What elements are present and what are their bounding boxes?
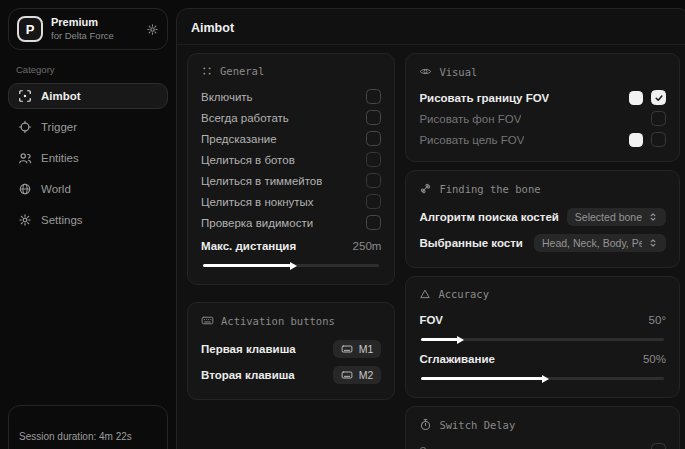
prediction-checkbox[interactable] [366,131,381,146]
chevron-up-down-icon [648,212,658,222]
selected-bones-row: Выбранные кости Head, Neck, Body, Pe.. [419,230,666,256]
gear-icon [18,213,32,227]
sidebar: P Premium for Delta Force Category [0,0,168,449]
setting-row-always-work: Всегда работать [201,107,381,128]
slider-label: Сглаживание [419,353,494,365]
panel-finding-header: Finding the bone [419,182,666,195]
session-duration-label: Session duration: 4m 22s [19,431,132,442]
visual-row-fov-border: Рисовать границу FOV [419,87,666,108]
fov-setting: FOV 50° [419,309,666,341]
target-knocked-checkbox[interactable] [366,194,381,209]
panel-activation-buttons: Activation buttons Первая клавиша M1 [187,302,395,400]
app-window: P Premium for Delta Force Category [0,0,685,449]
stopwatch-icon [419,418,432,431]
setting-label: Целиться в тиммейтов [201,175,322,187]
visibility-check-checkbox[interactable] [366,215,381,230]
brand-logo: P [17,16,43,42]
enable-checkbox[interactable] [366,89,381,104]
panel-finding-bone: Finding the bone Алгоритм поиска костей … [405,170,680,268]
second-key-button[interactable]: M2 [333,366,382,384]
setting-row-visibility-check: Проверка видимости [201,212,381,233]
always-work-checkbox[interactable] [366,110,381,125]
content-columns: General Включить Всегда работать Предска… [177,45,685,449]
bone-algorithm-dropdown[interactable]: Selected bone [567,208,666,226]
panel-general: General Включить Всегда работать Предска… [187,53,395,285]
trigger-crosshair-icon [18,120,32,134]
panel-accuracy: Accuracy FOV 50° [405,276,680,398]
target-bots-checkbox[interactable] [366,152,381,167]
setting-label: Рисовать цель FOV [419,134,524,146]
slider-fill [203,264,291,267]
keybind-row-first: Первая клавиша M1 [201,336,381,362]
slider-thumb[interactable] [457,336,464,344]
page-title: Aimbot [191,21,234,35]
main-header: Aimbot [177,9,685,45]
keybind-label: Первая клавиша [201,343,296,355]
brand-subtitle: for Delta Force [51,30,138,42]
target-teammates-checkbox[interactable] [366,173,381,188]
fov-slider[interactable] [421,338,664,341]
panel-switch-delay-header: Switch Delay [419,418,666,431]
sidebar-item-entities[interactable]: Entities [8,145,168,171]
panel-title: Accuracy [438,288,489,300]
selected-bones-dropdown[interactable]: Head, Neck, Body, Pe.. [534,234,666,252]
sidebar-nav: Aimbot Trigger [8,83,168,233]
slider-label: Макс. дистанция [201,240,296,252]
max-distance-slider[interactable] [203,264,379,267]
setting-row-enable: Включить [201,86,381,107]
sidebar-item-label: Settings [41,214,83,226]
slider-value: 50° [649,314,666,326]
right-column: Visual Рисовать границу FOV [405,53,680,449]
first-key-button[interactable]: M1 [333,340,382,358]
triangle-icon [419,288,431,300]
panel-accuracy-header: Accuracy [419,288,666,300]
brand-card: P Premium for Delta Force [8,8,168,50]
slider-label-row: Макс. дистанция 250m [201,235,381,256]
category-label: Category [16,64,168,75]
sidebar-item-trigger[interactable]: Trigger [8,114,168,140]
panel-title: Activation buttons [221,315,335,327]
setting-label: Выбранные кости [419,237,523,249]
fov-target-checkbox[interactable] [651,132,666,147]
sidebar-item-settings[interactable]: Settings [8,207,168,233]
setting-row-target-teammates: Целиться в тиммейтов [201,170,381,191]
slider-label-row: Сглаживание 50% [419,348,666,369]
panel-title: Visual [439,66,477,78]
grid-icon [201,65,213,77]
setting-label: Предсказание [201,133,277,145]
sidebar-item-label: Trigger [41,121,77,133]
key-value: M1 [359,343,374,355]
eye-icon [419,65,432,78]
panel-title: General [220,65,264,77]
slider-value: 50% [643,353,666,365]
key-icon [341,343,353,355]
panel-visual-header: Visual [419,65,666,78]
slider-fill [421,338,457,341]
users-icon [18,151,32,165]
sidebar-item-label: Aimbot [41,90,81,102]
slider-value: 250m [353,240,382,252]
keybind-row-second: Вторая клавиша M2 [201,362,381,388]
fov-background-checkbox[interactable] [651,111,666,126]
keyboard-icon [201,314,214,327]
panel-switch-delay: Switch Delay Задержка переключения Задер… [405,406,680,449]
smoothing-slider[interactable] [421,377,664,380]
key-icon [341,369,353,381]
sidebar-item-world[interactable]: World [8,176,168,202]
slider-thumb[interactable] [542,375,549,383]
brand-text: Premium for Delta Force [51,16,138,42]
fov-border-checkbox[interactable] [651,90,666,105]
setting-label: Задержка переключения [419,445,551,449]
dropdown-value: Head, Neck, Body, Pe.. [542,237,642,249]
switch-delay-toggle-row: Задержка переключения [419,440,666,449]
chevron-up-down-icon [648,238,658,248]
switch-delay-checkbox[interactable] [651,443,666,449]
sidebar-item-aimbot[interactable]: Aimbot [8,83,168,109]
setting-label: Рисовать фон FOV [419,113,521,125]
brand-gear-icon[interactable] [146,23,159,36]
fov-border-color-swatch[interactable] [629,91,643,105]
fov-target-color-swatch[interactable] [629,133,643,147]
panel-visual: Visual Рисовать границу FOV [405,53,680,162]
slider-thumb[interactable] [290,262,297,270]
setting-label: Целиться в ботов [201,154,295,166]
